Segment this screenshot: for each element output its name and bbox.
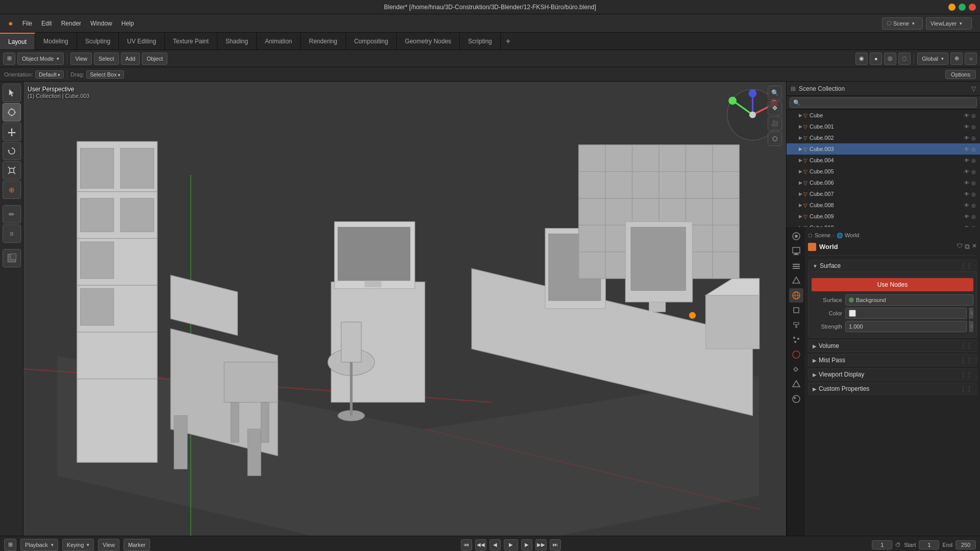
drag-bar-value[interactable]: Select Box bbox=[86, 70, 124, 79]
close-button[interactable] bbox=[969, 4, 976, 11]
viewport-display-section-header[interactable]: ▶ Viewport Display ⋮⋮ bbox=[808, 368, 977, 381]
rotate-tool-button[interactable] bbox=[3, 142, 21, 160]
use-nodes-button[interactable]: Use Nodes bbox=[812, 278, 973, 291]
cube-render-button[interactable]: ◎ bbox=[971, 113, 976, 118]
bc-world-label[interactable]: World bbox=[845, 232, 860, 238]
object-props-tab[interactable] bbox=[789, 303, 803, 317]
menu-help[interactable]: Help bbox=[117, 18, 138, 29]
annotate-tool-button[interactable]: ✏ bbox=[3, 205, 21, 223]
move-tool-button[interactable] bbox=[3, 122, 21, 141]
cube007-render-button[interactable]: ◎ bbox=[971, 191, 976, 197]
cube003-visibility-button[interactable]: 👁 bbox=[964, 146, 969, 152]
jump-back-button[interactable]: ◀◀ bbox=[475, 539, 486, 550]
jump-start-button[interactable]: ⏮ bbox=[461, 539, 472, 550]
view-layer-selector[interactable]: ViewLayer bbox=[926, 17, 972, 30]
strength-value-field[interactable]: 1.000 bbox=[845, 321, 967, 332]
tab-sculpting[interactable]: Sculpting bbox=[77, 33, 119, 49]
particles-props-tab[interactable] bbox=[789, 333, 803, 347]
marker-button[interactable]: Marker bbox=[124, 539, 150, 551]
cube009-render-button[interactable]: ◎ bbox=[971, 214, 976, 219]
render-props-tab[interactable] bbox=[789, 229, 803, 243]
cube002-visibility-button[interactable]: 👁 bbox=[964, 135, 969, 141]
orientation-bar-value[interactable]: Default bbox=[35, 70, 64, 79]
tab-rendering[interactable]: Rendering bbox=[301, 33, 346, 49]
tab-compositing[interactable]: Compositing bbox=[346, 33, 397, 49]
tab-geometry-nodes[interactable]: Geometry Nodes bbox=[397, 33, 460, 49]
options-button[interactable]: Options bbox=[945, 70, 976, 79]
color-handle[interactable]: ⠿ bbox=[969, 308, 973, 319]
menu-window[interactable]: Window bbox=[86, 18, 116, 29]
outliner-item-cube002[interactable]: ▶ ▽ Cube.002 👁 ◎ bbox=[787, 132, 980, 143]
outliner-item-cube008[interactable]: ▶ ▽ Cube.008 👁 ◎ bbox=[787, 199, 980, 211]
tab-modeling[interactable]: Modeling bbox=[35, 33, 77, 49]
bc-scene-label[interactable]: Scene bbox=[815, 232, 830, 238]
select-menu-button[interactable]: Select bbox=[94, 53, 119, 65]
view-menu-button[interactable]: View bbox=[70, 53, 92, 65]
cube001-render-button[interactable]: ◎ bbox=[971, 124, 976, 130]
end-frame-field[interactable]: 250 bbox=[955, 540, 976, 549]
add-workspace-button[interactable]: + bbox=[501, 33, 516, 49]
outliner-item-cube009[interactable]: ▶ ▽ Cube.009 👁 ◎ bbox=[787, 211, 980, 222]
scene-props-tab[interactable] bbox=[789, 273, 803, 288]
outliner-item-cube[interactable]: ▶ ▽ Cube 👁 ◎ bbox=[787, 110, 980, 121]
scale-tool-button[interactable] bbox=[3, 161, 21, 180]
tab-scripting[interactable]: Scripting bbox=[460, 33, 501, 49]
tab-texture-paint[interactable]: Texture Paint bbox=[165, 33, 217, 49]
viewport-shading-1[interactable]: ◉ bbox=[855, 53, 868, 65]
world-color-swatch[interactable] bbox=[808, 243, 816, 251]
color-value-field[interactable] bbox=[845, 308, 967, 319]
surface-section-header[interactable]: ▼ Surface ⋮⋮ bbox=[808, 260, 977, 272]
select-tool-button[interactable] bbox=[3, 103, 21, 121]
tab-shading[interactable]: Shading bbox=[217, 33, 257, 49]
outliner-item-cube010[interactable]: ▶ ▽ Cube.010 👁 ◎ bbox=[787, 222, 980, 227]
cube001-visibility-button[interactable]: 👁 bbox=[964, 124, 969, 130]
fake-user-icon[interactable]: 🛡 bbox=[957, 242, 963, 251]
step-back-button[interactable]: ◀ bbox=[489, 539, 501, 550]
tab-animation[interactable]: Animation bbox=[257, 33, 301, 49]
zoom-in-button[interactable]: 🔍 bbox=[768, 86, 782, 100]
modifier-props-tab[interactable] bbox=[789, 318, 803, 332]
cube009-visibility-button[interactable]: 👁 bbox=[964, 214, 969, 219]
outliner-item-cube007[interactable]: ▶ ▽ Cube.007 👁 ◎ bbox=[787, 188, 980, 199]
viewport-shading-2[interactable]: ● bbox=[870, 53, 882, 65]
cube006-visibility-button[interactable]: 👁 bbox=[964, 180, 969, 186]
timeline-editor-type[interactable]: ⊞ bbox=[4, 539, 16, 551]
playback-dropdown[interactable]: Playback bbox=[20, 539, 58, 551]
cube006-render-button[interactable]: ◎ bbox=[971, 180, 976, 186]
cube002-render-button[interactable]: ◎ bbox=[971, 135, 976, 141]
strength-handle[interactable]: ⠿ bbox=[969, 321, 973, 332]
copy-icon[interactable]: ⧉ bbox=[965, 242, 970, 251]
transform-tool-button[interactable]: ⊕ bbox=[3, 181, 21, 199]
cube008-render-button[interactable]: ◎ bbox=[971, 203, 976, 208]
play-button[interactable]: ▶ bbox=[504, 539, 518, 550]
blender-logo[interactable]: ● bbox=[4, 17, 17, 30]
outliner-item-cube004[interactable]: ▶ ▽ Cube.004 👁 ◎ bbox=[787, 155, 980, 166]
surface-value-field[interactable]: Background bbox=[845, 294, 973, 306]
volume-section-header[interactable]: ▶ Volume ⋮⋮ bbox=[808, 340, 977, 352]
current-frame-display[interactable]: 1 bbox=[872, 540, 892, 549]
outliner-item-cube001[interactable]: ▶ ▽ Cube.001 👁 ◎ bbox=[787, 121, 980, 132]
viewport-3d[interactable]: User Perspective (1) Collection | Cube.0… bbox=[23, 82, 786, 536]
outliner-filter-icon[interactable]: ▽ bbox=[971, 85, 976, 92]
add-menu-button[interactable]: Add bbox=[121, 53, 140, 65]
tab-uv-editing[interactable]: UV Editing bbox=[119, 33, 165, 49]
editor-type-button[interactable]: ⊞ bbox=[3, 53, 15, 65]
menu-file[interactable]: File bbox=[18, 18, 36, 29]
menu-render[interactable]: Render bbox=[57, 18, 85, 29]
outliner-item-cube003[interactable]: ▶ ▽ Cube.003 👁 ◎ bbox=[787, 143, 980, 155]
outliner-item-cube006[interactable]: ▶ ▽ Cube.006 👁 ◎ bbox=[787, 177, 980, 188]
object-mode-dropdown[interactable]: Object Mode bbox=[17, 53, 64, 65]
menu-edit[interactable]: Edit bbox=[37, 18, 56, 29]
snap-button[interactable]: ⊕ bbox=[950, 53, 963, 65]
object-data-props-tab[interactable] bbox=[789, 377, 803, 391]
start-frame-field[interactable]: 1 bbox=[919, 540, 939, 549]
outliner-item-cube005[interactable]: ▶ ▽ Cube.005 👁 ◎ bbox=[787, 166, 980, 177]
cube008-visibility-button[interactable]: 👁 bbox=[964, 203, 969, 208]
viewport-shading-3[interactable]: ◎ bbox=[884, 53, 896, 65]
outliner-search-input[interactable] bbox=[790, 97, 977, 108]
scene-selector[interactable]: ⬡ Scene bbox=[882, 17, 923, 30]
jump-end-button[interactable]: ⏭ bbox=[550, 539, 561, 550]
constraints-props-tab[interactable] bbox=[789, 362, 803, 377]
cursor-tool-button[interactable] bbox=[3, 84, 21, 102]
view-layer-props-tab[interactable] bbox=[789, 259, 803, 273]
